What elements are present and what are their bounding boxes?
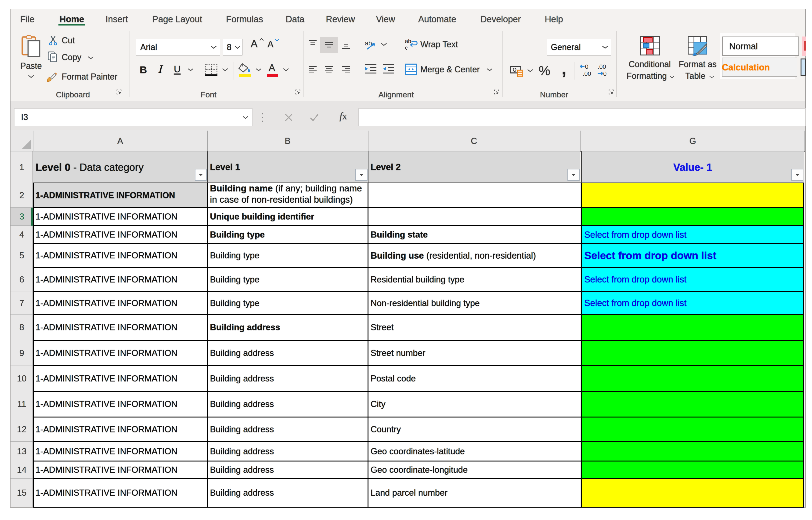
svg-text:c: c <box>405 45 408 51</box>
svg-text:0: 0 <box>603 70 607 77</box>
svg-text:0: 0 <box>585 63 588 70</box>
svg-text:ab: ab <box>405 38 411 44</box>
svg-text:.00: .00 <box>583 70 591 77</box>
svg-text:.00: .00 <box>597 63 606 70</box>
